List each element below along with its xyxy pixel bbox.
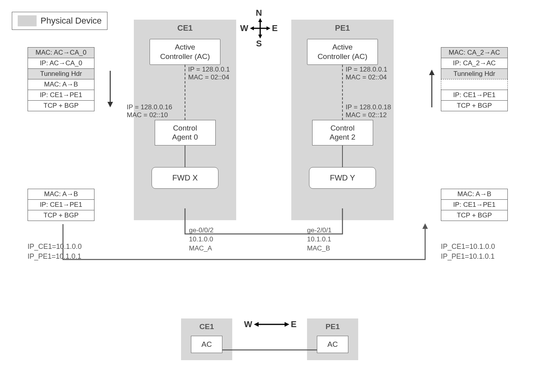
device-ce1: CE1 Active Controller (AC) IP = 128.0.0.…	[134, 20, 236, 220]
packet-layer: IP: AC→CA_0	[28, 58, 94, 68]
arrow-down-icon	[105, 69, 115, 108]
packet-layer	[441, 79, 508, 90]
bottom-diagram: CE1 AC PE1 AC W E	[8, 307, 536, 374]
pe1-iface-ip: 10.1.0.1	[307, 235, 331, 244]
ce1-agent-ip: IP = 128.0.0.16	[127, 103, 172, 111]
right-top-packet-stack: MAC: CA_2→ACIP: CA_2→ACTunneling Hdr IP:…	[441, 47, 508, 111]
packet-layer: MAC: A→B	[28, 189, 94, 199]
ce1-fwd: FWD X	[152, 167, 218, 189]
ce1-ctrl-agent-link	[185, 65, 185, 120]
svg-marker-7	[107, 102, 113, 107]
packet-layer: IP: CE1→PE1	[28, 90, 94, 100]
ip-note-right: IP_CE1=10.1.0.0 IP_PE1=10.1.0.1	[441, 242, 495, 261]
pe1-fwd: FWD Y	[309, 167, 376, 189]
ce1-agent-mac: MAC = 02::10	[127, 111, 172, 119]
ce1-agent: Control Agent 0	[155, 120, 216, 146]
packet-layer: TCP + BGP	[441, 210, 508, 221]
packet-layer: MAC: A→B	[441, 189, 508, 199]
ce1-ctrl-mac: MAC = 02::04	[188, 74, 230, 81]
packet-layer: TCP + BGP	[441, 100, 508, 111]
pe1-ctrl-ip: IP = 128.0.0.1	[346, 66, 387, 74]
arrow-up-icon	[427, 69, 437, 108]
packet-layer: Tunneling Hdr	[28, 68, 94, 79]
pe1-ctrl-mac: MAC = 02::04	[346, 74, 387, 81]
ce1-agent-fwd-link	[185, 145, 185, 167]
left-top-packet-stack: MAC: AC→CA_0IP: AC→CA_0Tunneling HdrMAC:…	[28, 47, 94, 111]
ce1-iface-label: ge-0/0/2 10.1.0.0 MAC_A	[189, 226, 213, 253]
small-link	[8, 307, 544, 374]
packet-layer: IP: CE1→PE1	[441, 199, 508, 210]
pe1-agent-fwd-link	[342, 145, 343, 167]
svg-marker-9	[429, 70, 435, 75]
device-ce1-title: CE1	[134, 24, 236, 33]
packet-layer: IP: CA_2→AC	[441, 58, 508, 68]
pe1-iface-name: ge-2/0/1	[307, 226, 331, 235]
ce1-ctrl-ip: IP = 128.0.0.1	[188, 66, 230, 74]
ce1-iface-name: ge-0/0/2	[189, 226, 213, 235]
packet-layer: MAC: A→B	[28, 79, 94, 90]
ce1-iface-mac: MAC_A	[189, 244, 213, 253]
ip-note-left-l1: IP_CE1=10.1.0.0	[28, 242, 82, 252]
pe1-agent: Control Agent 2	[312, 120, 373, 146]
packet-layer: Tunneling Hdr	[441, 68, 508, 79]
right-bottom-packet-stack: MAC: A→BIP: CE1→PE1TCP + BGP	[441, 189, 508, 221]
packet-layer: TCP + BGP	[28, 100, 94, 111]
packet-layer: IP: CE1→PE1	[441, 90, 508, 100]
ip-note-right-l2: IP_PE1=10.1.0.1	[441, 252, 495, 261]
packet-layer: MAC: CA_2→AC	[441, 47, 508, 58]
pe1-controller: Active Controller (AC)	[307, 39, 378, 65]
ce1-controller: Active Controller (AC)	[150, 39, 220, 65]
packet-layer: TCP + BGP	[28, 210, 94, 221]
packet-layer: MAC: AC→CA_0	[28, 47, 94, 58]
ip-note-left: IP_CE1=10.1.0.0 IP_PE1=10.1.0.1	[28, 242, 82, 261]
left-bottom-packet-stack: MAC: A→BIP: CE1→PE1TCP + BGP	[28, 189, 94, 221]
pe1-ctrl-agent-link	[342, 65, 343, 120]
ce1-iface-ip: 10.1.0.0	[189, 235, 213, 244]
device-pe1: PE1 Active Controller (AC) IP = 128.0.0.…	[291, 20, 394, 220]
pe1-iface-label: ge-2/0/1 10.1.0.1 MAC_B	[307, 226, 331, 253]
packet-layer: IP: CE1→PE1	[28, 199, 94, 210]
svg-marker-10	[422, 223, 428, 229]
pe1-agent-ip: IP = 128.0.0.18	[346, 103, 391, 111]
ip-note-right-l1: IP_CE1=10.1.0.0	[441, 242, 495, 252]
pe1-iface-mac: MAC_B	[307, 244, 331, 253]
ip-note-left-l2: IP_PE1=10.1.0.1	[28, 252, 82, 261]
pe1-agent-mac: MAC = 02::12	[346, 111, 391, 119]
device-pe1-title: PE1	[291, 24, 394, 33]
